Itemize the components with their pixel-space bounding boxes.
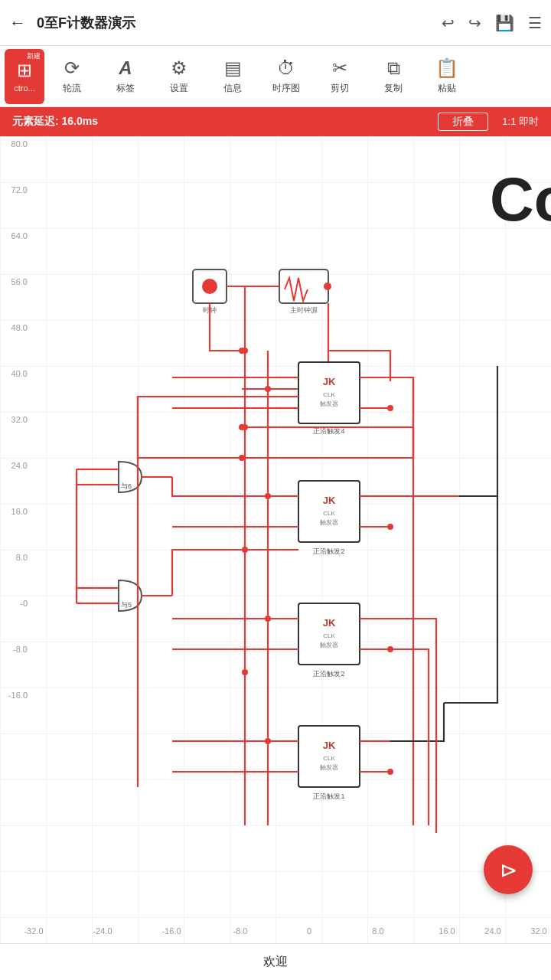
header: ← 0至F计数器演示 ↩ ↪ 💾 ☰: [0, 0, 551, 46]
menu-button[interactable]: ☰: [528, 14, 542, 32]
rotate-icon: ⟳: [64, 57, 80, 80]
label-icon: A: [119, 57, 132, 80]
bottom-bar: 欢迎: [0, 943, 551, 980]
new-label: ctro...: [14, 83, 35, 93]
svg-rect-0: [0, 136, 551, 943]
svg-point-54: [387, 524, 393, 530]
undo-button[interactable]: ↩: [442, 14, 455, 32]
svg-text:8.0: 8.0: [372, 926, 383, 936]
info-icon: ▤: [224, 57, 242, 80]
settings-icon: ⚙: [171, 57, 187, 80]
svg-text:-8.0: -8.0: [233, 926, 248, 936]
svg-text:40.0: 40.0: [11, 369, 28, 378]
svg-point-28: [324, 283, 331, 290]
cut-label: 剪切: [331, 82, 349, 95]
page-title: 0至F计数器演示: [37, 14, 442, 32]
toolbar-item-settings[interactable]: ⚙ 设置: [153, 49, 205, 104]
canvas-area[interactable]: 80.0 72.0 64.0 56.0 48.0 40.0 32.0 24.0 …: [0, 136, 551, 943]
svg-text:-0: -0: [20, 599, 28, 608]
svg-text:正沿触发2: 正沿触发2: [313, 670, 344, 678]
svg-text:触发器: 触发器: [320, 400, 338, 407]
header-actions: ↩ ↪ 💾 ☰: [442, 14, 542, 32]
label-label: 标签: [116, 82, 135, 95]
redo-button[interactable]: ↪: [468, 14, 481, 32]
svg-text:与5: 与5: [121, 601, 132, 609]
svg-text:-24.0: -24.0: [93, 926, 112, 936]
svg-text:主时钟源: 主时钟源: [290, 306, 318, 314]
paste-icon: 📋: [435, 57, 458, 80]
svg-point-108: [242, 547, 248, 553]
copy-icon: ⧉: [387, 57, 400, 80]
toolbar-item-cut[interactable]: ✂ 剪切: [314, 49, 366, 104]
svg-text:正沿触发2: 正沿触发2: [313, 547, 344, 555]
svg-text:16.0: 16.0: [11, 507, 28, 516]
fab-icon: ⊳: [500, 858, 517, 883]
timing-icon: ⏱: [277, 57, 295, 80]
svg-text:32.0: 32.0: [530, 926, 546, 936]
svg-point-25: [202, 279, 217, 294]
svg-text:触发器: 触发器: [320, 764, 338, 771]
settings-label: 设置: [170, 82, 188, 95]
svg-text:JK: JK: [323, 617, 336, 629]
svg-text:56.0: 56.0: [11, 277, 28, 286]
svg-text:CLK: CLK: [323, 510, 335, 517]
welcome-label: 欢迎: [263, 954, 288, 970]
svg-text:-32.0: -32.0: [24, 926, 43, 936]
svg-text:CLK: CLK: [323, 632, 335, 639]
svg-text:JK: JK: [323, 495, 336, 506]
rotate-label: 轮流: [63, 82, 81, 95]
cut-icon: ✂: [332, 57, 347, 80]
status-bar: 元素延迟: 16.0ms 折叠 1:1 即时: [0, 107, 551, 136]
copy-label: 复制: [384, 82, 403, 95]
svg-text:CLK: CLK: [323, 755, 335, 762]
svg-text:72.0: 72.0: [11, 185, 28, 194]
back-button[interactable]: ←: [9, 13, 26, 33]
svg-text:JK: JK: [323, 740, 336, 751]
svg-point-82: [387, 769, 393, 775]
info-label: 信息: [223, 82, 242, 95]
save-button[interactable]: 💾: [495, 14, 514, 32]
svg-point-107: [242, 424, 248, 430]
svg-text:64.0: 64.0: [11, 231, 28, 240]
svg-text:24.0: 24.0: [484, 926, 500, 936]
svg-text:Co: Co: [490, 165, 551, 234]
svg-text:0: 0: [307, 926, 311, 936]
svg-text:正沿触发1: 正沿触发1: [313, 792, 344, 800]
paste-label: 粘贴: [438, 82, 456, 95]
timing-label: 时序图: [272, 82, 300, 95]
toolbar-item-copy[interactable]: ⧉ 复制: [367, 49, 419, 104]
fold-button[interactable]: 折叠: [438, 113, 488, 131]
svg-text:24.0: 24.0: [11, 461, 28, 470]
svg-text:48.0: 48.0: [11, 323, 28, 332]
delay-label: 元素延迟: 16.0ms: [12, 115, 438, 129]
svg-text:80.0: 80.0: [11, 139, 28, 149]
toolbar-item-timing[interactable]: ⏱ 时序图: [260, 49, 312, 104]
svg-text:16.0: 16.0: [439, 926, 455, 936]
svg-text:CLK: CLK: [323, 391, 335, 398]
svg-point-57: [239, 455, 245, 461]
svg-text:-16.0: -16.0: [161, 926, 181, 936]
toolbar-item-new-wrap: ⊞ ctro... 新建: [5, 49, 44, 104]
svg-text:-16.0: -16.0: [8, 691, 28, 700]
ratio-label: 1:1 即时: [488, 115, 539, 129]
toolbar-item-rotate[interactable]: ⟳ 轮流: [46, 49, 98, 104]
fab-button[interactable]: ⊳: [484, 845, 533, 894]
svg-point-84: [265, 386, 271, 392]
circuit-diagram: 80.0 72.0 64.0 56.0 48.0 40.0 32.0 24.0 …: [0, 136, 551, 943]
toolbar-item-info[interactable]: ▤ 信息: [207, 49, 259, 104]
svg-text:与6: 与6: [121, 482, 132, 490]
svg-point-40: [387, 405, 393, 411]
svg-text:8.0: 8.0: [16, 553, 28, 562]
new-icon: ⊞: [17, 60, 32, 82]
svg-text:32.0: 32.0: [11, 415, 28, 424]
toolbar-item-paste[interactable]: 📋 粘贴: [421, 49, 473, 104]
svg-text:触发器: 触发器: [320, 519, 338, 526]
toolbar: ⊞ ctro... 新建 ⟳ 轮流 A 标签 ⚙ 设置 ▤ 信息 ⏱ 时序图 ✂…: [0, 46, 551, 107]
svg-text:触发器: 触发器: [320, 642, 338, 648]
toolbar-item-label[interactable]: A 标签: [99, 49, 152, 104]
svg-text:JK: JK: [323, 376, 336, 387]
svg-point-109: [242, 669, 248, 675]
svg-text:正沿触发4: 正沿触发4: [313, 427, 344, 435]
svg-text:-8.0: -8.0: [13, 645, 28, 654]
new-badge: 新建: [24, 51, 43, 62]
